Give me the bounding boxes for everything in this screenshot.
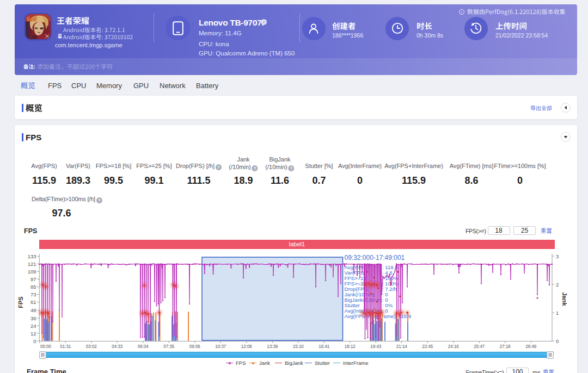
svg-text:97: 97: [30, 276, 36, 282]
svg-text:12: 12: [30, 331, 36, 337]
svg-text:48: 48: [30, 307, 36, 313]
svg-text:0: 0: [556, 338, 559, 344]
svg-text:1: 1: [556, 310, 559, 316]
svg-text:24:16: 24:16: [448, 343, 459, 349]
svg-text:00:00: 00:00: [40, 343, 51, 349]
svg-text:06:04: 06:04: [138, 343, 149, 349]
svg-text:10:37: 10:37: [215, 343, 226, 349]
svg-text:3: 3: [556, 253, 559, 259]
svg-text:2: 2: [556, 282, 559, 288]
svg-text:0: 0: [33, 338, 36, 344]
svg-text:09:32:000-17:49:001: 09:32:000-17:49:001: [345, 254, 405, 262]
svg-text:04:33: 04:33: [112, 343, 122, 349]
svg-text:18:12: 18:12: [345, 343, 356, 349]
svg-text:73: 73: [30, 291, 36, 297]
svg-text:01:31: 01:31: [60, 343, 71, 349]
svg-text:Jank: Jank: [561, 292, 567, 306]
svg-text:09:06: 09:06: [189, 343, 200, 349]
svg-text:24: 24: [30, 323, 36, 329]
svg-text:28:49: 28:49: [525, 343, 536, 349]
svg-text:19:43: 19:43: [370, 343, 381, 349]
svg-text:121: 121: [28, 261, 36, 267]
svg-text:12:08: 12:08: [241, 343, 252, 349]
svg-text:03:02: 03:02: [86, 343, 97, 349]
svg-text:61: 61: [30, 299, 36, 305]
svg-text:21:14: 21:14: [396, 343, 407, 349]
svg-text:109: 109: [28, 269, 36, 275]
svg-text:FPS: FPS: [17, 296, 24, 308]
svg-text:36: 36: [30, 315, 36, 321]
svg-text:16:41: 16:41: [318, 343, 329, 349]
svg-text:07:35: 07:35: [163, 343, 174, 349]
svg-text:5v5: 5v5: [27, 16, 38, 22]
svg-text:15:10: 15:10: [293, 343, 304, 349]
svg-text:13:39: 13:39: [267, 343, 278, 349]
svg-text:25:47: 25:47: [474, 343, 485, 349]
svg-text:22:45: 22:45: [422, 343, 433, 349]
svg-text:27:18: 27:18: [500, 343, 511, 349]
svg-text:85: 85: [30, 284, 36, 290]
svg-text:133: 133: [28, 253, 36, 259]
